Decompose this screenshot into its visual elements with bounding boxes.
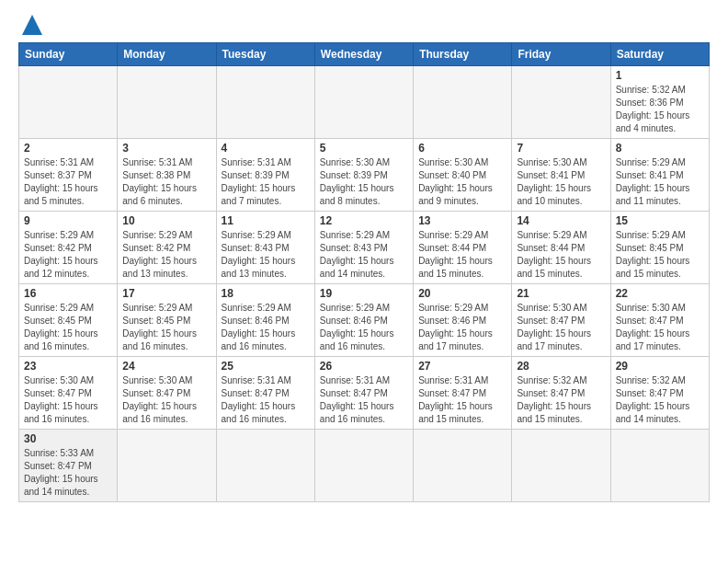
calendar-cell: 15Sunrise: 5:29 AM Sunset: 8:45 PM Dayli… [610, 212, 709, 284]
calendar-cell [314, 66, 413, 139]
day-number: 24 [122, 360, 210, 373]
day-info: Sunrise: 5:30 AM Sunset: 8:47 PM Dayligh… [122, 374, 210, 426]
day-info: Sunrise: 5:29 AM Sunset: 8:44 PM Dayligh… [517, 229, 605, 281]
calendar-week-row: 23Sunrise: 5:30 AM Sunset: 8:47 PM Dayli… [19, 357, 710, 430]
day-number: 13 [418, 214, 506, 227]
day-number: 28 [517, 360, 605, 373]
day-number: 21 [517, 287, 605, 300]
calendar-cell: 13Sunrise: 5:29 AM Sunset: 8:44 PM Dayli… [414, 212, 512, 284]
day-info: Sunrise: 5:29 AM Sunset: 8:45 PM Dayligh… [616, 229, 704, 281]
calendar-cell [414, 430, 512, 502]
day-info: Sunrise: 5:29 AM Sunset: 8:45 PM Dayligh… [122, 302, 210, 353]
day-info: Sunrise: 5:30 AM Sunset: 8:39 PM Dayligh… [320, 156, 408, 208]
day-number: 26 [320, 360, 408, 373]
calendar-week-row: 2Sunrise: 5:31 AM Sunset: 8:37 PM Daylig… [19, 139, 710, 212]
day-info: Sunrise: 5:31 AM Sunset: 8:37 PM Dayligh… [24, 156, 112, 208]
calendar-cell: 20Sunrise: 5:29 AM Sunset: 8:46 PM Dayli… [414, 284, 512, 357]
calendar-cell [610, 430, 709, 502]
day-number: 18 [222, 287, 310, 300]
calendar-cell: 8Sunrise: 5:29 AM Sunset: 8:41 PM Daylig… [610, 139, 709, 212]
calendar-cell: 1Sunrise: 5:32 AM Sunset: 8:36 PM Daylig… [610, 66, 709, 139]
day-info: Sunrise: 5:29 AM Sunset: 8:46 PM Dayligh… [222, 302, 310, 353]
day-number: 4 [222, 142, 310, 155]
day-info: Sunrise: 5:30 AM Sunset: 8:47 PM Dayligh… [24, 374, 112, 426]
calendar-cell [216, 430, 314, 502]
calendar-cell: 24Sunrise: 5:30 AM Sunset: 8:47 PM Dayli… [118, 357, 216, 430]
calendar-cell: 9Sunrise: 5:29 AM Sunset: 8:42 PM Daylig… [19, 212, 118, 284]
calendar-header-row: SundayMondayTuesdayWednesdayThursdayFrid… [19, 43, 710, 66]
calendar-cell: 6Sunrise: 5:30 AM Sunset: 8:40 PM Daylig… [414, 139, 512, 212]
day-info: Sunrise: 5:33 AM Sunset: 8:47 PM Dayligh… [24, 447, 112, 499]
calendar-cell: 30Sunrise: 5:33 AM Sunset: 8:47 PM Dayli… [19, 430, 118, 502]
calendar-cell [512, 66, 610, 139]
page-header [18, 15, 710, 35]
day-header-friday: Friday [512, 43, 610, 66]
day-info: Sunrise: 5:29 AM Sunset: 8:44 PM Dayligh… [418, 229, 506, 281]
calendar-cell: 19Sunrise: 5:29 AM Sunset: 8:46 PM Dayli… [314, 284, 413, 357]
day-number: 2 [24, 142, 112, 155]
day-number: 3 [122, 142, 210, 155]
day-number: 20 [418, 287, 506, 300]
calendar-cell: 25Sunrise: 5:31 AM Sunset: 8:47 PM Dayli… [216, 357, 314, 430]
day-number: 30 [24, 432, 112, 445]
calendar-cell: 16Sunrise: 5:29 AM Sunset: 8:45 PM Dayli… [19, 284, 118, 357]
calendar-cell: 28Sunrise: 5:32 AM Sunset: 8:47 PM Dayli… [512, 357, 610, 430]
calendar-cell: 11Sunrise: 5:29 AM Sunset: 8:43 PM Dayli… [216, 212, 314, 284]
day-header-saturday: Saturday [610, 43, 709, 66]
day-number: 8 [616, 142, 704, 155]
calendar-cell: 2Sunrise: 5:31 AM Sunset: 8:37 PM Daylig… [19, 139, 118, 212]
day-info: Sunrise: 5:29 AM Sunset: 8:42 PM Dayligh… [122, 229, 210, 281]
day-number: 22 [616, 287, 704, 300]
logo [18, 15, 42, 35]
svg-marker-0 [22, 15, 42, 35]
day-info: Sunrise: 5:29 AM Sunset: 8:46 PM Dayligh… [418, 302, 506, 353]
day-header-thursday: Thursday [414, 43, 512, 66]
day-info: Sunrise: 5:29 AM Sunset: 8:45 PM Dayligh… [24, 302, 112, 353]
calendar-cell: 22Sunrise: 5:30 AM Sunset: 8:47 PM Dayli… [610, 284, 709, 357]
day-info: Sunrise: 5:30 AM Sunset: 8:40 PM Dayligh… [418, 156, 506, 208]
calendar-cell [118, 66, 216, 139]
day-info: Sunrise: 5:29 AM Sunset: 8:43 PM Dayligh… [222, 229, 310, 281]
calendar-cell: 17Sunrise: 5:29 AM Sunset: 8:45 PM Dayli… [118, 284, 216, 357]
day-info: Sunrise: 5:29 AM Sunset: 8:46 PM Dayligh… [320, 302, 408, 353]
day-number: 10 [122, 214, 210, 227]
calendar-cell: 10Sunrise: 5:29 AM Sunset: 8:42 PM Dayli… [118, 212, 216, 284]
day-number: 29 [616, 360, 704, 373]
day-number: 14 [517, 214, 605, 227]
calendar-cell: 14Sunrise: 5:29 AM Sunset: 8:44 PM Dayli… [512, 212, 610, 284]
day-info: Sunrise: 5:30 AM Sunset: 8:47 PM Dayligh… [616, 302, 704, 353]
day-number: 7 [517, 142, 605, 155]
calendar-table: SundayMondayTuesdayWednesdayThursdayFrid… [18, 42, 710, 502]
calendar-week-row: 1Sunrise: 5:32 AM Sunset: 8:36 PM Daylig… [19, 66, 710, 139]
day-info: Sunrise: 5:31 AM Sunset: 8:47 PM Dayligh… [222, 374, 310, 426]
day-info: Sunrise: 5:31 AM Sunset: 8:39 PM Dayligh… [222, 156, 310, 208]
calendar-cell: 3Sunrise: 5:31 AM Sunset: 8:38 PM Daylig… [118, 139, 216, 212]
day-info: Sunrise: 5:29 AM Sunset: 8:42 PM Dayligh… [24, 229, 112, 281]
calendar-cell: 7Sunrise: 5:30 AM Sunset: 8:41 PM Daylig… [512, 139, 610, 212]
day-header-sunday: Sunday [19, 43, 118, 66]
day-number: 12 [320, 214, 408, 227]
logo-icon [22, 15, 42, 35]
day-info: Sunrise: 5:29 AM Sunset: 8:43 PM Dayligh… [320, 229, 408, 281]
day-number: 17 [122, 287, 210, 300]
day-number: 15 [616, 214, 704, 227]
day-info: Sunrise: 5:32 AM Sunset: 8:47 PM Dayligh… [616, 374, 704, 426]
calendar-cell [118, 430, 216, 502]
day-info: Sunrise: 5:31 AM Sunset: 8:47 PM Dayligh… [418, 374, 506, 426]
calendar-cell [216, 66, 314, 139]
day-number: 5 [320, 142, 408, 155]
calendar-cell: 5Sunrise: 5:30 AM Sunset: 8:39 PM Daylig… [314, 139, 413, 212]
calendar-cell [512, 430, 610, 502]
day-header-wednesday: Wednesday [314, 43, 413, 66]
calendar-cell: 12Sunrise: 5:29 AM Sunset: 8:43 PM Dayli… [314, 212, 413, 284]
day-info: Sunrise: 5:31 AM Sunset: 8:47 PM Dayligh… [320, 374, 408, 426]
day-info: Sunrise: 5:31 AM Sunset: 8:38 PM Dayligh… [122, 156, 210, 208]
day-number: 23 [24, 360, 112, 373]
calendar-week-row: 30Sunrise: 5:33 AM Sunset: 8:47 PM Dayli… [19, 430, 710, 502]
day-info: Sunrise: 5:32 AM Sunset: 8:36 PM Dayligh… [616, 84, 704, 135]
day-number: 9 [24, 214, 112, 227]
calendar-cell: 21Sunrise: 5:30 AM Sunset: 8:47 PM Dayli… [512, 284, 610, 357]
day-number: 16 [24, 287, 112, 300]
day-number: 6 [418, 142, 506, 155]
day-number: 1 [616, 69, 704, 82]
